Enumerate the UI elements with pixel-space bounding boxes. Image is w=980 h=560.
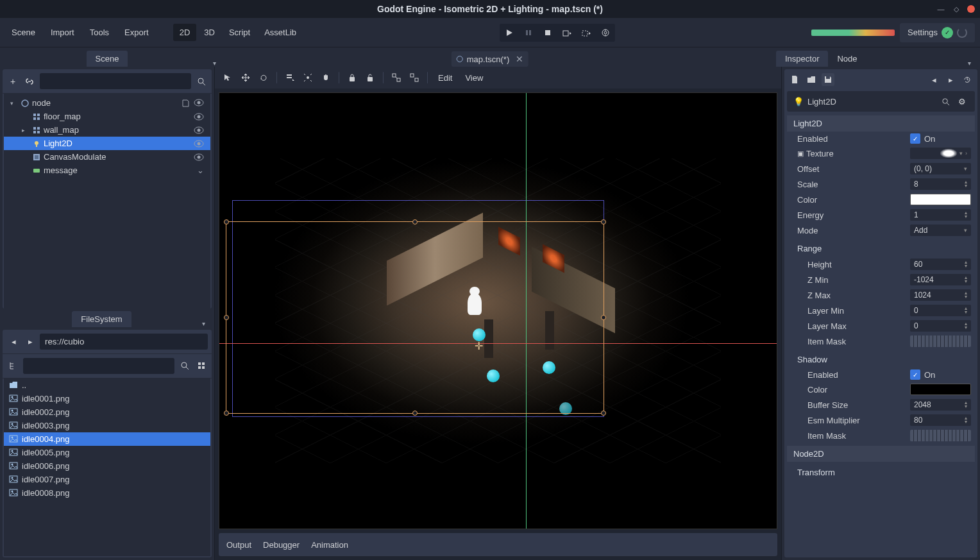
file-idle0001-png[interactable]: idle0001.png	[4, 392, 210, 405]
prop-offset-field[interactable]: (0, 0)▾	[910, 163, 971, 174]
pan-tool-icon[interactable]	[318, 70, 334, 85]
list-select-icon[interactable]	[282, 70, 298, 85]
history-prev-icon[interactable]: ◂	[927, 73, 940, 86]
file-idle0002-png[interactable]: idle0002.png	[4, 405, 210, 419]
prop-zmax-field[interactable]: 1024▴▾	[910, 289, 971, 301]
section-range[interactable]: Range	[787, 241, 975, 257]
remote-debug-button[interactable]	[596, 24, 615, 42]
workspace-tab-2d[interactable]: 2D	[173, 24, 197, 41]
gear-icon[interactable]: ⚙	[956, 95, 968, 108]
viewport-edit-menu[interactable]: Edit	[433, 71, 457, 85]
open-scene-tab[interactable]: map.tscn(*) ✕	[452, 51, 528, 67]
inspector-body[interactable]: Light2D Enabled✓On ▣Texture▾› Offset(0, …	[784, 113, 977, 557]
settings-button[interactable]: Settings ✓	[900, 23, 975, 42]
prop-shadow-color-field[interactable]	[910, 384, 971, 395]
link-scene-icon[interactable]	[23, 75, 36, 88]
workspace-tab-script[interactable]: Script	[223, 24, 257, 41]
close-scene-icon[interactable]: ✕	[516, 54, 523, 64]
search-icon[interactable]	[178, 359, 191, 372]
fs-grid-icon[interactable]	[195, 359, 208, 372]
dock-options-icon[interactable]: ▾	[209, 60, 220, 67]
dock-options-icon[interactable]: ▾	[198, 320, 209, 327]
prop-mode-field[interactable]: Add▾	[910, 225, 971, 236]
scene-node-canvasmodulate[interactable]: CanvasModulate	[4, 150, 210, 164]
pause-button[interactable]	[519, 24, 538, 42]
unlock-icon[interactable]	[362, 70, 378, 85]
new-resource-icon[interactable]	[788, 73, 801, 86]
fs-path-input[interactable]	[40, 334, 208, 350]
lock-icon[interactable]	[344, 70, 360, 85]
ungroup-icon[interactable]	[407, 70, 422, 85]
add-node-icon[interactable]: +	[6, 75, 19, 88]
workspace-tab-assetlib[interactable]: AssetLib	[258, 24, 303, 41]
section-light2d[interactable]: Light2D	[787, 115, 975, 132]
load-resource-icon[interactable]	[805, 73, 818, 86]
prop-zmin-field[interactable]: -1024▴▾	[910, 274, 971, 285]
prop-energy-field[interactable]: 1▴▾	[910, 209, 971, 221]
close-button[interactable]	[967, 5, 975, 13]
bottom-tab-debugger[interactable]: Debugger	[263, 540, 300, 550]
save-resource-icon[interactable]	[822, 73, 834, 86]
prop-buffer-field[interactable]: 2048▴▾	[910, 399, 971, 411]
play-scene-button[interactable]	[557, 24, 577, 42]
menu-tools[interactable]: Tools	[83, 24, 115, 41]
play-button[interactable]	[500, 24, 519, 42]
fs-tree-icon[interactable]	[6, 359, 19, 372]
filesystem-dock-tab[interactable]: FileSystem	[72, 311, 131, 327]
section-transform[interactable]: Transform	[787, 464, 975, 480]
scene-node-floor_map[interactable]: floor_map	[4, 110, 210, 123]
stop-button[interactable]	[538, 24, 557, 42]
visibility-icon[interactable]	[191, 113, 207, 121]
bottom-tab-animation[interactable]: Animation	[311, 540, 348, 550]
scene-node-light2d[interactable]: Light2D	[4, 137, 210, 150]
history-next-icon[interactable]: ▸	[944, 73, 957, 86]
prop-scale-field[interactable]: 8▴▾	[910, 178, 971, 190]
file-idle0004-png[interactable]: idle0004.png	[4, 432, 210, 446]
section-node2d[interactable]: Node2D	[787, 446, 975, 462]
maximize-button[interactable]: ◇	[952, 4, 961, 13]
tree-toggle-icon[interactable]: ▸	[22, 127, 30, 133]
inspector-object-header[interactable]: 💡 Light2D ⚙	[787, 91, 975, 112]
tree-toggle-icon[interactable]: ▾	[10, 100, 18, 106]
select-tool-icon[interactable]	[220, 70, 235, 85]
workspace-tab-3d[interactable]: 3D	[198, 24, 221, 41]
script-icon[interactable]	[180, 99, 191, 108]
viewport[interactable]: ✛	[219, 92, 777, 529]
scene-filter-input[interactable]	[40, 73, 191, 89]
prop-shadow-enabled-checkbox[interactable]: ✓On	[910, 369, 971, 380]
file-idle0003-png[interactable]: idle0003.png	[4, 419, 210, 432]
minimize-button[interactable]: —	[936, 4, 945, 13]
viewport-view-menu[interactable]: View	[460, 71, 488, 85]
rotate-tool-icon[interactable]	[256, 70, 271, 85]
scene-node-wall_map[interactable]: ▸ wall_map	[4, 123, 210, 137]
bottom-tab-output[interactable]: Output	[226, 540, 251, 550]
scene-node-message[interactable]: message⌄	[4, 164, 210, 177]
file-idle0006-png[interactable]: idle0006.png	[4, 459, 210, 473]
node-dock-tab[interactable]: Node	[828, 51, 866, 67]
fs-filter-input[interactable]	[23, 358, 174, 374]
section-shadow[interactable]: Shadow	[787, 352, 975, 368]
visibility-icon[interactable]	[191, 153, 207, 161]
menu-scene[interactable]: Scene	[5, 24, 42, 41]
prop-esm-field[interactable]: 80▴▾	[910, 414, 971, 426]
move-tool-icon[interactable]	[238, 70, 253, 85]
prop-color-field[interactable]	[910, 194, 971, 205]
visibility-icon[interactable]	[191, 140, 207, 148]
search-icon[interactable]	[195, 75, 208, 88]
fs-back-icon[interactable]: ◂	[6, 334, 21, 348]
prop-itemmask-field[interactable]	[910, 335, 971, 347]
chevron-down-icon[interactable]: ⌄	[194, 165, 207, 175]
dock-options-icon[interactable]: ▾	[964, 60, 975, 67]
play-custom-scene-button[interactable]	[577, 24, 596, 42]
visibility-icon[interactable]	[191, 126, 207, 134]
menu-import[interactable]: Import	[44, 24, 81, 41]
prop-enabled-checkbox[interactable]: ✓On	[910, 133, 971, 144]
file--[interactable]: ..	[4, 378, 210, 392]
search-icon[interactable]	[939, 95, 952, 108]
file-idle0005-png[interactable]: idle0005.png	[4, 446, 210, 459]
inspector-dock-tab[interactable]: Inspector	[776, 51, 828, 67]
prop-height-field[interactable]: 60▴▾	[910, 259, 971, 270]
prop-shadow-itemmask-field[interactable]	[910, 430, 971, 441]
scene-dock-tab[interactable]: Scene	[87, 51, 128, 67]
prop-texture-field[interactable]: ▾›	[910, 148, 971, 159]
